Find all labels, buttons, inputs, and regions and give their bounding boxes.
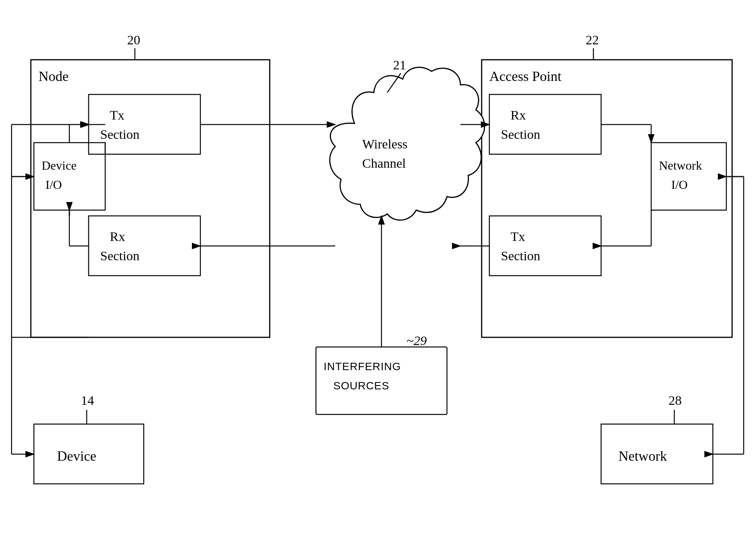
diagram-container: Node 20 Tx Section Rx Section Device I/O… (0, 0, 756, 554)
rx-section-node-box (89, 216, 200, 276)
rx-section-ap-box (489, 94, 601, 154)
ref-28: 28 (669, 393, 682, 408)
rx-section-ap-label1: Rx (511, 108, 526, 122)
network-io-label1: Network (659, 158, 702, 172)
ref-14: 14 (81, 393, 94, 408)
network-io-box (651, 143, 726, 210)
tx-section-ap-label1: Tx (511, 229, 525, 244)
tx-section-ap-label2: Section (501, 249, 540, 263)
access-point-outer-box (482, 60, 732, 337)
rx-section-ap-label2: Section (501, 127, 540, 141)
device-io-box (34, 143, 105, 210)
wireless-channel-label1: Wireless (362, 137, 408, 151)
tx-section-node-label1: Tx (110, 108, 124, 122)
network-io-label2: I/O (671, 178, 688, 192)
ref-21: 21 (393, 58, 406, 72)
tx-section-ap-box (489, 216, 601, 276)
ref-20: 20 (127, 33, 140, 47)
device-io-label1: Device (42, 158, 77, 172)
device-label: Device (57, 448, 96, 464)
rx-section-node-label2: Section (100, 249, 139, 263)
device-io-label2: I/O (45, 178, 62, 192)
access-point-label: Access Point (489, 69, 561, 84)
interfering-sources-label2: SOURCES (333, 380, 389, 392)
wireless-channel-label2: Channel (362, 156, 406, 170)
node-outer-box (31, 60, 270, 337)
rx-section-node-label1: Rx (110, 229, 125, 244)
ref-29: ~29 (407, 333, 427, 348)
interfering-sources-label1: INTERFERING (324, 360, 401, 372)
network-label: Network (618, 448, 667, 464)
ref-22: 22 (586, 33, 599, 47)
node-label: Node (39, 69, 69, 84)
tx-section-node-label2: Section (100, 127, 139, 141)
